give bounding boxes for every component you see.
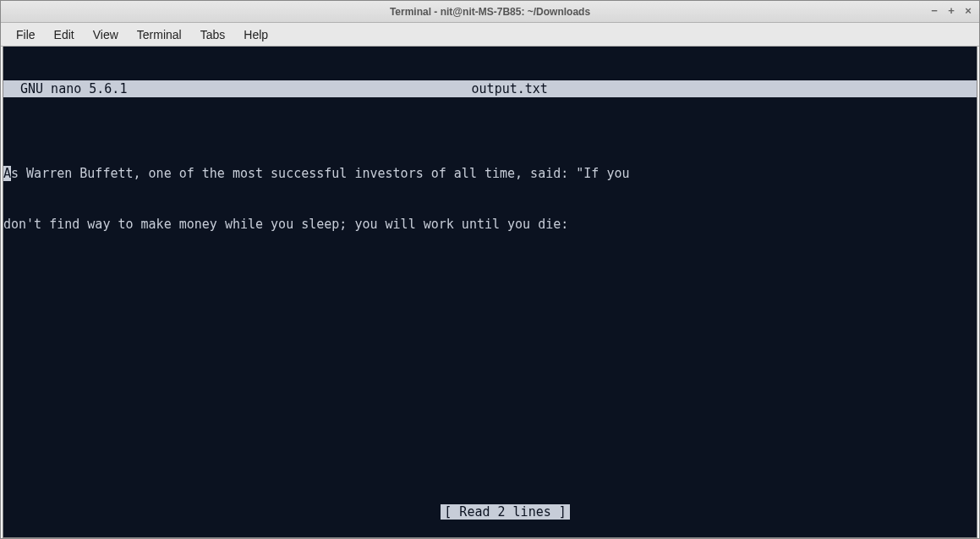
window-controls: − + × [928,4,974,16]
window-titlebar: Terminal - nit@nit-MS-7B85: ~/Downloads … [1,1,979,23]
shortcut-label: Location [829,537,898,538]
shortcut-cut: ^KCut [490,537,652,538]
shortcut-key: ^G [3,537,19,538]
editor-line-1-text: s Warren Buffett, one of the most succes… [11,166,630,181]
minimize-button[interactable]: − [928,4,940,16]
editor-line-1[interactable]: As Warren Buffett, one of the most succe… [3,165,977,182]
cursor: A [3,166,11,181]
editor-body[interactable]: As Warren Buffett, one of the most succe… [3,131,977,267]
menu-help[interactable]: Help [235,25,276,45]
menu-edit[interactable]: Edit [46,25,83,45]
shortcut-help: ^GHelp [3,537,166,538]
shortcut-execute: ^TExecute [652,537,814,538]
nano-shortcuts: ^GHelp ^OWrite Out ^WWhere Is ^KCut ^TEx… [3,503,977,537]
close-button[interactable]: × [962,4,974,16]
shortcut-key: ^K [490,537,505,538]
shortcut-writeout: ^OWrite Out [166,537,328,538]
editor-line-2[interactable]: don't find way to make money while you s… [3,216,977,233]
shortcut-label: Execute [667,537,728,538]
shortcut-key: ^T [652,537,667,538]
shortcut-whereis: ^WWhere Is [328,537,490,538]
menu-view[interactable]: View [85,25,127,45]
nano-header: GNU nano 5.6.1 output.txt [3,80,977,97]
shortcut-key: ^W [328,537,343,538]
shortcut-label: Help [19,537,57,538]
nano-status-bar: [ Read 2 lines ] [3,487,977,503]
shortcut-label: Cut [506,537,536,538]
menu-tabs[interactable]: Tabs [192,25,234,45]
maximize-button[interactable]: + [945,4,957,16]
shortcut-location: ^CLocation [814,537,977,538]
terminal-area[interactable]: GNU nano 5.6.1 output.txt As Warren Buff… [3,47,977,538]
nano-app-version: GNU nano 5.6.1 [3,80,127,97]
window-title: Terminal - nit@nit-MS-7B85: ~/Downloads [390,6,590,18]
shortcut-label: Write Out [181,537,257,538]
shortcut-key: ^O [166,537,181,538]
nano-filename: output.txt [127,80,977,97]
menubar: File Edit View Terminal Tabs Help [1,23,979,47]
menu-terminal[interactable]: Terminal [129,25,190,45]
shortcut-row-1: ^GHelp ^OWrite Out ^WWhere Is ^KCut ^TEx… [3,537,977,538]
shortcut-label: Where Is [343,537,412,538]
shortcut-key: ^C [814,537,829,538]
menu-file[interactable]: File [8,25,44,45]
